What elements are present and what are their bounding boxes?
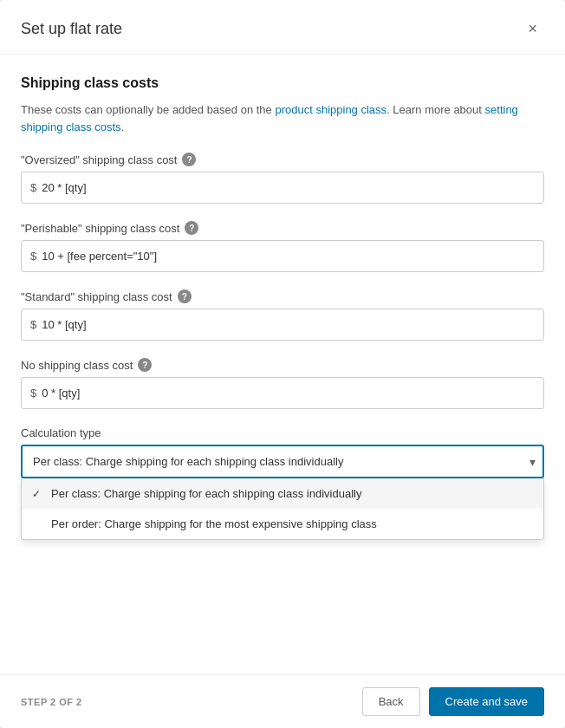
- modal-container: Set up flat rate × Shipping class costs …: [0, 0, 565, 728]
- check-icon: ✓: [32, 488, 44, 500]
- per-order-option-label: Per order: Charge shipping for the most …: [51, 517, 377, 530]
- perishable-input-wrapper: $: [21, 240, 544, 272]
- no-class-input[interactable]: [42, 378, 535, 408]
- step-indicator: STEP 2 OF 2: [21, 697, 82, 707]
- modal-title: Set up flat rate: [21, 20, 122, 38]
- dropdown-item-per-order[interactable]: Per order: Charge shipping for the most …: [22, 509, 543, 539]
- no-class-field-group: No shipping class cost ? $: [21, 358, 544, 409]
- perishable-field-group: "Perishable" shipping class cost ? $: [21, 221, 544, 272]
- oversized-label: "Oversized" shipping class cost ?: [21, 153, 544, 166]
- per-class-option-label: Per class: Charge shipping for each ship…: [51, 487, 361, 500]
- standard-input-wrapper: $: [21, 309, 544, 341]
- no-class-label: No shipping class cost ?: [21, 358, 544, 372]
- perishable-currency: $: [30, 250, 36, 263]
- oversized-input[interactable]: [42, 172, 535, 203]
- calc-type-dropdown: ✓ Per class: Charge shipping for each sh…: [21, 478, 544, 540]
- back-button[interactable]: Back: [362, 687, 420, 716]
- description: These costs can optionally be added base…: [21, 101, 544, 135]
- oversized-currency: $: [30, 181, 36, 194]
- oversized-help-icon[interactable]: ?: [182, 153, 196, 166]
- calc-type-section: Calculation type Per class: Charge shipp…: [21, 426, 544, 478]
- perishable-help-icon[interactable]: ?: [185, 221, 198, 235]
- no-class-currency: $: [30, 387, 36, 400]
- footer-buttons: Back Create and save: [362, 687, 544, 716]
- standard-label: "Standard" shipping class cost ?: [21, 289, 544, 303]
- dropdown-item-per-class[interactable]: ✓ Per class: Charge shipping for each sh…: [22, 478, 543, 509]
- modal-footer: STEP 2 OF 2 Back Create and save: [0, 674, 565, 728]
- close-button[interactable]: ×: [521, 17, 544, 40]
- oversized-input-wrapper: $: [21, 172, 544, 204]
- standard-currency: $: [30, 318, 36, 331]
- no-class-input-wrapper: $: [21, 377, 544, 409]
- perishable-input[interactable]: [42, 241, 535, 271]
- description-text-1: These costs can optionally be added base…: [21, 103, 275, 116]
- modal-body: Shipping class costs These costs can opt…: [0, 55, 565, 674]
- standard-field-group: "Standard" shipping class cost ? $: [21, 289, 544, 341]
- standard-help-icon[interactable]: ?: [178, 289, 192, 303]
- description-text-3: .: [121, 120, 125, 133]
- create-save-button[interactable]: Create and save: [429, 687, 544, 716]
- standard-input[interactable]: [42, 309, 535, 340]
- select-wrapper: Per class: Charge shipping for each ship…: [21, 445, 544, 478]
- description-text-2: . Learn more about: [386, 103, 484, 116]
- oversized-field-group: "Oversized" shipping class cost ? $: [21, 153, 544, 204]
- section-title: Shipping class costs: [21, 75, 544, 91]
- calc-type-select[interactable]: Per class: Charge shipping for each ship…: [21, 445, 544, 478]
- modal-header: Set up flat rate ×: [0, 0, 565, 55]
- calc-type-label: Calculation type: [21, 426, 544, 439]
- product-shipping-class-link[interactable]: product shipping class: [275, 103, 386, 116]
- no-class-help-icon[interactable]: ?: [138, 358, 152, 372]
- perishable-label: "Perishable" shipping class cost ?: [21, 221, 544, 235]
